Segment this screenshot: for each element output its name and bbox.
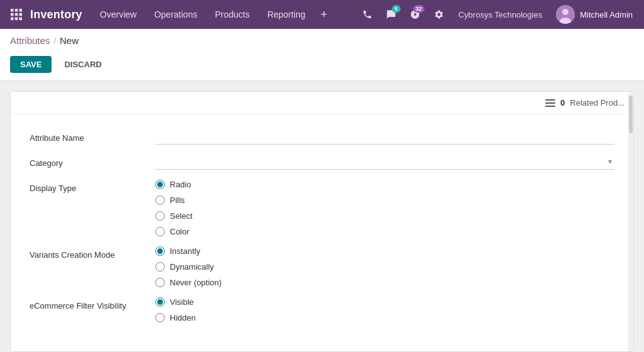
nav-operations[interactable]: Operations xyxy=(145,0,206,29)
category-select[interactable] xyxy=(155,155,614,170)
ecommerce-filter-hidden[interactable]: Hidden xyxy=(155,313,614,322)
breadcrumb-parent[interactable]: Attributes xyxy=(10,35,50,46)
svg-rect-7 xyxy=(15,18,18,21)
ecommerce-filter-row: eCommerce Filter Visibility Visible Hidd… xyxy=(30,297,614,322)
display-type-label: Display Type xyxy=(30,180,155,193)
hamburger-icon xyxy=(545,99,555,107)
related-products-count: 0 xyxy=(560,98,565,107)
chat-badge: 5 xyxy=(392,5,401,13)
main-content: 0 Related Prod... Attribute Name Categor… xyxy=(0,81,644,352)
svg-rect-5 xyxy=(19,13,23,16)
display-type-color[interactable]: Color xyxy=(155,227,614,236)
display-type-radio-group: Radio Pills Select xyxy=(155,180,614,236)
ecommerce-filter-options: Visible Hidden xyxy=(155,297,614,322)
svg-rect-0 xyxy=(11,9,14,12)
category-label: Category xyxy=(30,155,155,168)
svg-rect-6 xyxy=(11,18,14,21)
settings-icon-btn[interactable] xyxy=(428,4,450,25)
user-menu[interactable]: Mitchell Admin xyxy=(551,5,638,24)
svg-rect-1 xyxy=(15,9,18,12)
breadcrumb-bar: Attributes / New xyxy=(0,29,644,51)
svg-rect-8 xyxy=(19,18,23,21)
user-name: Mitchell Admin xyxy=(580,10,633,19)
ecommerce-filter-radio-group: Visible Hidden xyxy=(155,297,614,322)
moon-badge: 32 xyxy=(413,5,425,13)
ecommerce-filter-visible[interactable]: Visible xyxy=(155,297,614,307)
ecommerce-filter-visible-label: Visible xyxy=(170,297,194,307)
chat-icon-btn[interactable]: 5 xyxy=(380,4,402,25)
moon-icon-btn[interactable]: 32 xyxy=(404,4,426,25)
form-card: 0 Related Prod... Attribute Name Categor… xyxy=(10,91,634,352)
svg-rect-3 xyxy=(11,13,14,16)
variants-dynamically[interactable]: Dynamically xyxy=(155,262,614,272)
category-row: Category xyxy=(30,155,614,170)
display-type-pills-label: Pills xyxy=(170,195,185,205)
attribute-name-row: Attribute Name xyxy=(30,129,614,145)
nav-plus[interactable]: + xyxy=(314,0,334,29)
display-type-row: Display Type Radio Pills xyxy=(30,180,614,236)
attribute-name-input-area xyxy=(155,129,614,145)
display-type-radio-radio[interactable]: Radio xyxy=(155,180,614,189)
related-products-bar: 0 Related Prod... xyxy=(11,92,633,114)
display-type-options: Radio Pills Select xyxy=(155,180,614,236)
display-type-color-label: Color xyxy=(170,227,189,236)
app-title: Inventory xyxy=(30,8,82,21)
variants-never[interactable]: Never (option) xyxy=(155,278,614,287)
category-select-wrapper xyxy=(155,155,614,170)
scrollbar-thumb[interactable] xyxy=(629,96,633,133)
avatar xyxy=(556,5,575,24)
navbar-icons: 5 32 Cybrosys Technologies Mitchell Admi… xyxy=(357,4,638,25)
form-card-inner: 0 Related Prod... Attribute Name Categor… xyxy=(10,91,634,352)
display-type-radio-label: Radio xyxy=(170,180,191,189)
breadcrumb: Attributes / New xyxy=(10,35,634,51)
variants-dynamically-label: Dynamically xyxy=(170,262,214,272)
svg-rect-2 xyxy=(19,9,23,12)
variants-creation-radio-group: Instantly Dynamically Never (option) xyxy=(155,246,614,287)
nav-overview[interactable]: Overview xyxy=(91,0,145,29)
svg-rect-4 xyxy=(15,13,18,16)
save-button[interactable]: SAVE xyxy=(10,56,52,73)
action-bar: SAVE DISCARD xyxy=(0,51,644,80)
related-products-button[interactable]: 0 Related Prod... xyxy=(545,98,625,107)
variants-instantly-label: Instantly xyxy=(170,246,200,256)
display-type-pills[interactable]: Pills xyxy=(155,195,614,205)
variants-creation-mode-label: Variants Creation Mode xyxy=(30,246,155,260)
display-type-select-label: Select xyxy=(170,211,192,221)
attribute-name-label: Attribute Name xyxy=(30,129,155,143)
breadcrumb-separator: / xyxy=(53,36,56,45)
ecommerce-filter-hidden-label: Hidden xyxy=(170,313,196,322)
svg-point-10 xyxy=(562,9,569,15)
variants-creation-mode-options: Instantly Dynamically Never (option) xyxy=(155,246,614,287)
related-products-label: Related Prod... xyxy=(570,98,625,107)
grid-icon[interactable] xyxy=(6,4,26,25)
navbar: Inventory Overview Operations Products R… xyxy=(0,0,644,29)
breadcrumb-current: New xyxy=(60,35,79,46)
discard-button[interactable]: DISCARD xyxy=(57,56,109,73)
navbar-menu: Overview Operations Products Reporting + xyxy=(91,0,357,29)
category-input-area xyxy=(155,155,614,170)
attribute-name-input[interactable] xyxy=(155,129,614,145)
nav-products[interactable]: Products xyxy=(206,0,258,29)
phone-icon-btn[interactable] xyxy=(357,4,378,25)
display-type-select[interactable]: Select xyxy=(155,211,614,221)
variants-creation-mode-row: Variants Creation Mode Instantly Dynamic… xyxy=(30,246,614,287)
nav-reporting[interactable]: Reporting xyxy=(258,0,314,29)
scrollbar-track[interactable] xyxy=(628,92,633,351)
variants-never-label: Never (option) xyxy=(170,278,221,287)
ecommerce-filter-label: eCommerce Filter Visibility xyxy=(30,297,155,311)
form-body: Attribute Name Category xyxy=(11,114,633,351)
variants-instantly[interactable]: Instantly xyxy=(155,246,614,256)
company-name[interactable]: Cybrosys Technologies xyxy=(452,10,548,19)
